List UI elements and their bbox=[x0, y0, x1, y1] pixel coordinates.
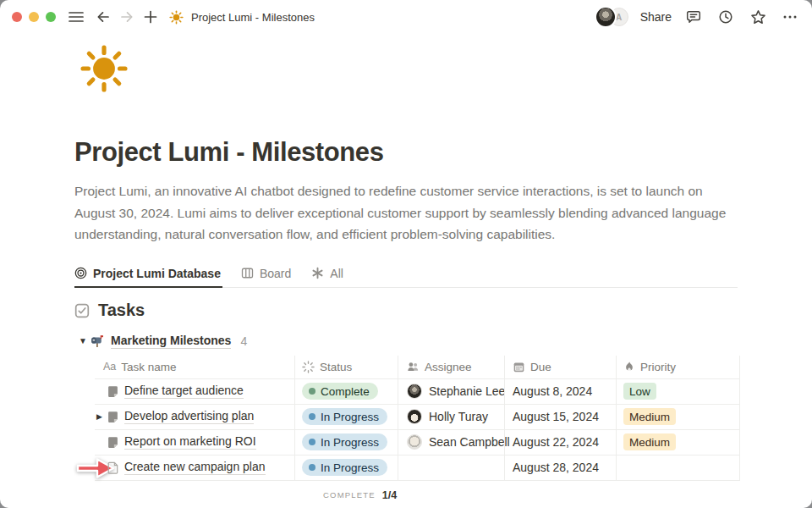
table-row[interactable]: Create new campaign plan In Progress Aug… bbox=[95, 456, 740, 481]
page-title: Project Lumi - Milestones bbox=[74, 135, 738, 169]
priority-cell[interactable]: Medium bbox=[616, 405, 740, 429]
priority-tag[interactable]: Medium bbox=[623, 433, 676, 450]
task-title[interactable]: Develop advertising plan bbox=[124, 409, 254, 424]
assignee-name: Sean Campbell bbox=[429, 435, 510, 449]
task-cell[interactable]: Create new campaign plan bbox=[95, 456, 294, 480]
column-header-due[interactable]: Due bbox=[504, 356, 616, 378]
assignee-cell[interactable]: Sean Campbell bbox=[398, 430, 504, 455]
status-cell[interactable]: In Progress bbox=[294, 430, 398, 455]
column-label: Status bbox=[320, 361, 352, 373]
due-value: August 28, 2024 bbox=[513, 461, 599, 474]
column-label: Assignee bbox=[425, 361, 472, 373]
column-header-priority[interactable]: Priority bbox=[616, 356, 740, 378]
column-label: Task name bbox=[121, 361, 176, 373]
more-options-icon[interactable] bbox=[780, 7, 800, 27]
collapse-triangle-icon[interactable]: ▼ bbox=[79, 336, 91, 345]
footer-label: COMPLETE bbox=[323, 490, 376, 500]
window-topbar: Project Lumi - Milestones A Share bbox=[0, 0, 812, 34]
status-dot-icon bbox=[309, 464, 315, 471]
tab-all[interactable]: All bbox=[311, 265, 345, 288]
priority-cell[interactable]: Medium bbox=[616, 430, 740, 455]
page-description: Project Lumi, an innovative AI chatbot d… bbox=[74, 180, 738, 246]
table-footer-calculation[interactable]: COMPLETE 1/4 bbox=[323, 489, 738, 501]
status-pill[interactable]: In Progress bbox=[302, 408, 387, 425]
column-header-status[interactable]: Status bbox=[294, 356, 398, 378]
tab-label: Board bbox=[260, 267, 291, 280]
column-label: Priority bbox=[640, 361, 676, 373]
priority-tag[interactable]: Low bbox=[623, 383, 656, 400]
column-label: Due bbox=[530, 361, 551, 373]
table-row[interactable]: Define target audience Complete Stephani… bbox=[95, 379, 740, 405]
status-dot-icon bbox=[309, 413, 315, 420]
user-avatar bbox=[595, 6, 617, 28]
status-label: In Progress bbox=[321, 461, 379, 474]
page-icon-filled bbox=[107, 436, 118, 449]
tab-board[interactable]: Board bbox=[241, 265, 293, 288]
due-cell[interactable]: August 15, 2024 bbox=[504, 405, 616, 429]
group-header: ▼ Marketing Milestones 4 bbox=[79, 334, 738, 349]
task-title[interactable]: Report on marketing ROI bbox=[124, 434, 256, 450]
app-window: Project Lumi - Milestones A Share bbox=[0, 0, 812, 508]
sidebar-menu-icon[interactable] bbox=[66, 7, 86, 27]
due-cell[interactable]: August 22, 2024 bbox=[504, 430, 616, 455]
assignee-name: Stephanie Lee bbox=[429, 384, 505, 398]
due-value: August 22, 2024 bbox=[513, 435, 599, 449]
assignee-cell[interactable] bbox=[398, 456, 504, 480]
comments-icon[interactable] bbox=[683, 7, 704, 27]
tab-project-lumi-database[interactable]: Project Lumi Database bbox=[74, 265, 222, 288]
status-cell[interactable]: In Progress bbox=[294, 456, 398, 480]
priority-tag[interactable]: Medium bbox=[623, 408, 676, 425]
assignee-avatar bbox=[407, 409, 422, 424]
assignee-avatar bbox=[407, 384, 422, 399]
text-icon: Aa bbox=[103, 361, 116, 373]
priority-cell[interactable] bbox=[616, 456, 740, 480]
back-icon[interactable] bbox=[93, 7, 113, 27]
status-label: Complete bbox=[321, 385, 370, 398]
breadcrumb-sun-icon bbox=[166, 7, 186, 27]
favorite-star-icon[interactable] bbox=[748, 7, 768, 27]
mailbox-icon bbox=[91, 334, 104, 348]
status-cell[interactable]: Complete bbox=[294, 379, 398, 404]
assignee-cell[interactable]: Stephanie Lee bbox=[398, 379, 504, 404]
row-expander-icon[interactable]: ▶ bbox=[96, 412, 102, 421]
new-tab-plus-icon[interactable] bbox=[140, 7, 161, 27]
assignee-name: Holly Turay bbox=[429, 410, 488, 423]
group-count: 4 bbox=[240, 334, 247, 348]
task-title[interactable]: Define target audience bbox=[124, 384, 244, 399]
footer-value: 1/4 bbox=[382, 489, 397, 501]
page-icon-outline bbox=[107, 461, 118, 474]
minimize-window-button[interactable] bbox=[29, 12, 39, 22]
page-icon-filled bbox=[107, 385, 118, 398]
page-sun-icon[interactable] bbox=[80, 44, 129, 93]
table-header-row: Aa Task name Status Assignee Due P bbox=[95, 356, 740, 379]
collaborator-avatars[interactable]: A bbox=[595, 6, 628, 28]
status-pill[interactable]: In Progress bbox=[302, 433, 387, 450]
due-cell[interactable]: August 8, 2024 bbox=[504, 379, 616, 404]
status-pill[interactable]: In Progress bbox=[302, 459, 387, 476]
tasks-table: Aa Task name Status Assignee Due P bbox=[95, 356, 740, 481]
zoom-window-button[interactable] bbox=[46, 12, 56, 22]
status-cell[interactable]: In Progress bbox=[294, 405, 398, 429]
status-pill[interactable]: Complete bbox=[302, 383, 378, 400]
assignee-cell[interactable]: Holly Turay bbox=[398, 405, 504, 429]
history-clock-icon[interactable] bbox=[716, 7, 736, 27]
group-name[interactable]: Marketing Milestones bbox=[111, 334, 231, 349]
task-cell[interactable]: Report on marketing ROI bbox=[95, 430, 294, 455]
breadcrumb[interactable]: Project Lumi - Milestones bbox=[191, 11, 315, 24]
column-header-task-name[interactable]: Aa Task name bbox=[95, 356, 294, 378]
column-header-assignee[interactable]: Assignee bbox=[398, 356, 504, 378]
task-cell[interactable]: ▶ Develop advertising plan bbox=[95, 405, 294, 429]
status-dot-icon bbox=[309, 388, 315, 395]
due-cell[interactable]: August 28, 2024 bbox=[504, 456, 616, 480]
close-window-button[interactable] bbox=[12, 12, 22, 22]
task-cell[interactable]: Define target audience bbox=[95, 379, 294, 404]
status-dot-icon bbox=[309, 439, 315, 445]
share-button[interactable]: Share bbox=[640, 10, 672, 24]
priority-cell[interactable]: Low bbox=[616, 379, 740, 404]
task-title[interactable]: Create new campaign plan bbox=[124, 460, 266, 475]
page-icon-filled bbox=[107, 411, 118, 423]
traffic-lights bbox=[12, 12, 56, 22]
table-row[interactable]: ▶ Develop advertising plan In Progress H… bbox=[95, 405, 740, 430]
table-row[interactable]: Report on marketing ROI In Progress Sean… bbox=[95, 430, 740, 456]
forward-icon[interactable] bbox=[117, 7, 137, 27]
